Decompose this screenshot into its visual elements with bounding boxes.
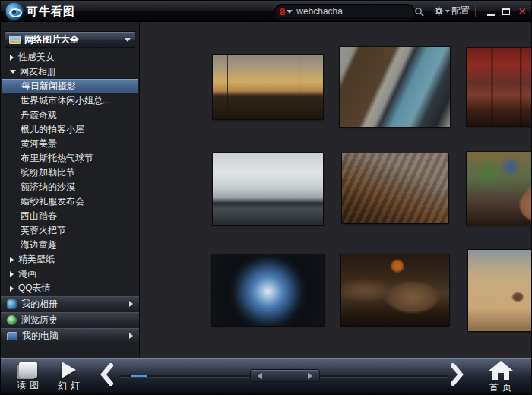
expand-arrow-icon[interactable] <box>10 286 14 292</box>
expand-arrow-icon[interactable] <box>10 271 14 277</box>
scroll-right-icon[interactable] <box>449 363 464 386</box>
titlebar: 可牛看图 8 配置 <box>1 1 532 22</box>
thumbnail-telescope-dish-photo[interactable] <box>212 254 324 326</box>
slideshow-button[interactable]: 幻灯 <box>54 361 84 393</box>
tree-item-seaside-child-fun[interactable]: 海边童趣 <box>1 238 139 252</box>
section-label: 我的相册 <box>21 298 129 311</box>
tree-item-label: 世界城市休闲小姐总... <box>21 94 110 107</box>
tree-item-label: 根儿的拍客小屋 <box>21 123 84 136</box>
home-button[interactable]: 首页 <box>486 360 515 394</box>
album-tree: 性感美女 网友相册 每日新闻摄影 世界城市休闲小姐总... 丹霞奇观 根儿的拍客… <box>1 50 139 295</box>
tree-item-world-city-miss-leisure[interactable]: 世界城市休闲小姐总... <box>1 93 139 108</box>
home-icon <box>489 361 513 380</box>
thumb-left-arrow-icon[interactable] <box>258 373 262 379</box>
thumbnail-aerial-market-photo[interactable] <box>340 47 450 127</box>
maximize-button[interactable] <box>502 8 510 15</box>
tree-item-label: 布里斯托热气球节 <box>21 152 93 165</box>
tree-item-fine-wallpapers[interactable]: 精美壁纸 <box>1 252 139 267</box>
close-button[interactable]: ✕ <box>518 6 527 17</box>
app-title: 可牛看图 <box>27 5 75 19</box>
thumbnail-crowd-festival-photo[interactable] <box>467 152 532 226</box>
tree-item-comics[interactable]: 漫画 <box>1 267 139 281</box>
tree-item-netfriend-albums[interactable]: 网友相册 <box>1 65 139 79</box>
play-icon <box>62 362 76 378</box>
search-box[interactable]: 8 <box>274 4 415 19</box>
tree-item-label: 网友相册 <box>20 65 56 78</box>
search-engine-icon[interactable]: 8 <box>280 7 285 17</box>
tree-item-label: 额济纳的沙漠 <box>21 181 75 194</box>
minimize-button[interactable] <box>487 14 495 16</box>
tree-item-label: 每日新闻摄影 <box>21 80 76 93</box>
settings-dropdown-icon <box>445 10 450 13</box>
sidebar-section-my-albums[interactable]: 我的相册 <box>1 296 139 311</box>
tree-item-label: 西山踏春 <box>21 210 57 223</box>
thumbnail-panel <box>141 22 532 358</box>
app-logo-eye-icon <box>6 3 23 20</box>
expand-arrow-icon[interactable] <box>129 301 133 307</box>
tree-item-label: 丹霞奇观 <box>21 109 57 122</box>
gear-icon <box>434 6 444 16</box>
tree-item-label: 海边童趣 <box>21 239 57 251</box>
sidebar-header-label: 网络图片大全 <box>24 33 125 46</box>
my-albums-icon <box>7 299 17 309</box>
tree-item-wedding-dress-show[interactable]: 婚纱礼服发布会 <box>1 194 139 209</box>
thumbnail-aerial-pipes-photo[interactable] <box>342 153 448 223</box>
computer-icon <box>7 332 17 340</box>
scroll-position-indicator <box>131 375 147 377</box>
tree-item-yellow-river-scenery[interactable]: 黄河美景 <box>1 137 139 151</box>
sidebar-section-my-computer[interactable]: 我的电脑 <box>1 328 139 343</box>
chevron-down-icon[interactable] <box>125 38 131 42</box>
sidebar-header-network-pictures[interactable]: 网络图片大全 <box>5 31 135 48</box>
settings-button[interactable]: 配置 <box>434 5 470 17</box>
tree-item-danxia-wonder[interactable]: 丹霞奇观 <box>1 108 139 122</box>
thumbnail-beach-child-photo[interactable] <box>468 250 532 331</box>
scroll-left-icon[interactable] <box>100 363 115 386</box>
thumb-right-arrow-icon[interactable] <box>308 373 312 379</box>
tree-item-ejina-desert[interactable]: 额济纳的沙漠 <box>1 180 139 194</box>
tree-item-qq-emoticons[interactable]: QQ表情 <box>1 281 139 295</box>
search-input[interactable] <box>296 6 414 17</box>
tree-item-label: 缤纷加勒比节 <box>21 166 75 179</box>
tree-item-label: QQ表情 <box>18 282 51 295</box>
section-label: 我的电脑 <box>22 330 129 343</box>
search-engine-dropdown-icon[interactable] <box>287 10 293 14</box>
sidebar: 网络图片大全 性感美女 网友相册 每日新闻摄影 世界城市休闲小姐总... 丹霞奇… <box>1 22 140 358</box>
thumbnail-red-festival-photo[interactable] <box>467 48 532 126</box>
expand-arrow-icon[interactable] <box>129 333 133 339</box>
tree-item-colorful-caribbean[interactable]: 缤纷加勒比节 <box>1 166 139 180</box>
expand-arrow-icon[interactable] <box>10 257 14 263</box>
app-window: 可牛看图 8 配置 <box>0 0 532 395</box>
read-image-label: 读图 <box>13 379 43 392</box>
tree-item-label: 漫画 <box>18 267 36 280</box>
tree-item-bristol-balloon-festival[interactable]: 布里斯托热气球节 <box>1 151 139 166</box>
thumbnail-smoke-fire-photo[interactable] <box>213 153 323 225</box>
tree-item-genr-photo-hut[interactable]: 根儿的拍客小屋 <box>1 122 139 137</box>
tree-item-label: 黄河美景 <box>21 137 57 150</box>
sidebar-section-browse-history[interactable]: 浏览历史 <box>1 312 139 327</box>
collapse-arrow-icon[interactable] <box>10 70 16 74</box>
search-icon[interactable] <box>414 7 424 17</box>
section-label: 浏览历史 <box>21 314 133 327</box>
tree-item-label: 精美壁纸 <box>18 253 55 266</box>
tree-item-label: 芙蓉火把节 <box>21 224 66 237</box>
slideshow-label: 幻灯 <box>54 380 84 393</box>
tree-item-sexy-beauty[interactable]: 性感美女 <box>1 50 139 65</box>
thumbnail-grid <box>204 36 532 341</box>
scroll-thumb[interactable] <box>250 369 320 382</box>
settings-label: 配置 <box>451 5 470 17</box>
tree-item-xishan-spring-outing[interactable]: 西山踏春 <box>1 209 139 223</box>
thumbnail-desert-powerlines-photo[interactable] <box>213 55 323 119</box>
history-icon <box>7 315 17 325</box>
expand-arrow-icon[interactable] <box>10 55 14 61</box>
tree-item-furong-torch-festival[interactable]: 芙蓉火把节 <box>1 223 139 238</box>
photo-album-icon <box>9 36 21 44</box>
tree-item-label: 性感美女 <box>18 51 55 64</box>
read-image-button[interactable]: 读图 <box>13 361 43 392</box>
read-image-icon <box>19 362 37 378</box>
window-controls: ✕ <box>487 4 527 19</box>
tree-item-daily-news-photography[interactable]: 每日新闻摄影 <box>2 79 138 93</box>
titlebar-separator <box>475 5 476 17</box>
tree-item-label: 婚纱礼服发布会 <box>21 195 84 208</box>
thumbnail-basket-cradle-photo[interactable] <box>341 254 449 326</box>
bottom-toolbar: 读图 幻灯 首页 <box>1 358 532 393</box>
